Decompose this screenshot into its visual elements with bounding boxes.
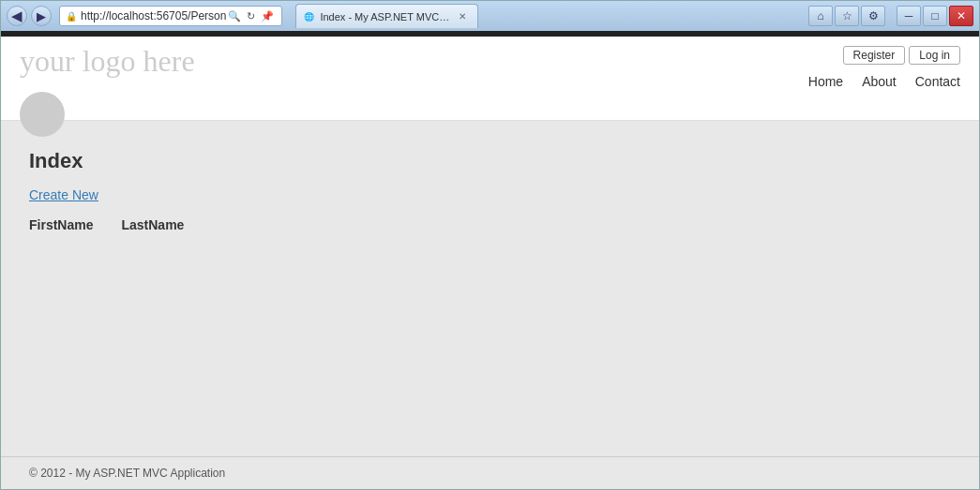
logo-circle [20,92,65,137]
create-new-link[interactable]: Create New [29,187,98,202]
forward-button[interactable]: ▶ [31,6,52,26]
browser-content: your logo here Register Log in Home Abou… [1,31,979,489]
page-title: Index [29,149,951,173]
logo-area: your logo here [20,44,195,79]
back-button[interactable]: ◀ [7,6,27,26]
address-actions: 🔍 ↻ 📌 [226,10,276,22]
site-header: your logo here Register Log in Home Abou… [1,37,979,121]
minimize-button[interactable]: ─ [897,6,921,26]
table-header: FirstName LastName [29,217,951,232]
col-firstname: FirstName [29,217,93,232]
home-button[interactable]: ⌂ [808,6,833,26]
col-lastname: LastName [121,217,184,232]
favorites-button[interactable]: ☆ [835,6,859,26]
reload-icon[interactable]: ↻ [245,10,257,22]
tab-title: Index - My ASP.NET MVC A... [320,11,451,22]
site-wrapper: your logo here Register Log in Home Abou… [1,37,979,489]
address-text: http://localhost:56705/Person [81,9,226,22]
site-logo: your logo here [20,44,195,79]
register-button[interactable]: Register [843,46,906,65]
pin-icon[interactable]: 📌 [259,10,276,22]
footer-copyright: © 2012 - My ASP.NET MVC Application [29,467,225,480]
site-footer: © 2012 - My ASP.NET MVC Application [1,456,979,489]
title-bar: ◀ ▶ 🔒 http://localhost:56705/Person 🔍 ↻ … [1,1,979,31]
close-button[interactable]: ✕ [949,6,973,26]
settings-button[interactable]: ⚙ [861,6,885,26]
site-main: Index Create New FirstName LastName [1,121,979,456]
title-bar-left: ◀ ▶ 🔒 http://localhost:56705/Person 🔍 ↻ … [7,6,286,26]
window-controls: ⌂ ☆ ⚙ ─ □ ✕ [808,6,973,26]
maximize-button[interactable]: □ [923,6,947,26]
lock-icon: 🔒 [66,11,77,22]
tab-favicon: 🌐 [304,12,314,22]
login-button[interactable]: Log in [909,46,960,65]
tab-bar: 🌐 Index - My ASP.NET MVC A... ✕ [295,4,808,28]
tab-close-button[interactable]: ✕ [457,11,468,22]
browser-window: ◀ ▶ 🔒 http://localhost:56705/Person 🔍 ↻ … [0,0,980,490]
nav-about[interactable]: About [862,74,897,89]
search-addr-icon[interactable]: 🔍 [226,10,243,22]
nav-home[interactable]: Home [808,74,843,89]
address-bar[interactable]: 🔒 http://localhost:56705/Person 🔍 ↻ 📌 [59,6,282,26]
nav-contact[interactable]: Contact [915,74,960,89]
active-tab[interactable]: 🌐 Index - My ASP.NET MVC A... ✕ [295,4,478,28]
